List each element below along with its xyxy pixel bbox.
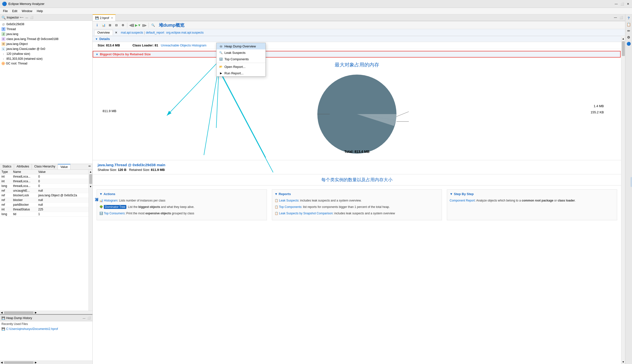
retained-icon: ↕ — [2, 57, 6, 61]
close-overview-icon[interactable]: ✕ — [114, 31, 118, 34]
biggest-objects-header[interactable]: ▼ Biggest Objects by Retained Size — [93, 51, 620, 57]
menu-window[interactable]: Window — [20, 9, 34, 13]
tab-value[interactable]: Value — [58, 164, 71, 170]
next-button[interactable]: ▮▶ — [141, 22, 147, 28]
main-vscrollbar[interactable]: ▲ ▼ — [621, 36, 625, 364]
far-right-edit-icon[interactable]: ✏ — [626, 28, 631, 34]
tab-overview[interactable]: Overview — [94, 30, 113, 35]
tab-2hprof[interactable]: 💾 2.hprof ✕ — [93, 14, 116, 21]
dropdown-top-components[interactable]: 🔝 Top Components — [216, 56, 265, 62]
pie-label-small2: 155.2 KB — [591, 110, 604, 114]
breadcrumb-suspects1[interactable]: mat.api:suspects — [121, 31, 143, 34]
edit-button[interactable]: ✏ — [87, 164, 92, 170]
vscroll-down[interactable]: ▼ — [621, 360, 625, 364]
props-hscrollbar[interactable]: ◀ ▶ — [0, 311, 92, 314]
hscroll-thumb[interactable] — [4, 312, 34, 314]
inspector-minimize-icon[interactable]: — — [25, 16, 29, 20]
prev-button[interactable]: ◀▮ — [129, 22, 134, 28]
vscroll-thumb[interactable] — [622, 41, 625, 56]
dropdown-open-report[interactable]: 📂 Open Report... — [216, 64, 265, 70]
dominator-tree-link[interactable]: Dominator Tree — [104, 205, 126, 209]
bar-chart-button[interactable]: 📊 — [101, 22, 107, 28]
inspector-maximize-icon[interactable]: ⬜ — [30, 16, 34, 20]
props-scrollbar[interactable]: ▲ ▼ — [89, 170, 92, 311]
run-dropdown-button[interactable]: ▶▼ — [135, 22, 141, 28]
top-components-link[interactable]: Top Components — [279, 205, 301, 209]
gc-icon: ● — [2, 62, 5, 65]
histogram-link[interactable]: Histogram — [104, 199, 117, 202]
hscroll-right[interactable]: ▶ — [34, 311, 38, 314]
heap-history-section-label: Recently Used Files — [2, 322, 91, 326]
heap-history-file-item[interactable]: 💾 C:\Users\qinshuoyu\Documents\2.hprof — [2, 327, 91, 331]
scroll-thumb[interactable] — [89, 174, 92, 184]
pie-chart-svg — [305, 72, 409, 156]
menu-help[interactable]: Help — [35, 9, 45, 13]
leak-snapshot-link[interactable]: Leak Suspects by Snapshot Comparison — [279, 212, 333, 215]
dropdown-heap-label: Heap Dump Overview — [224, 44, 256, 48]
table-row: longtid1 — [0, 212, 89, 216]
actions-column: ▼ Actions 📊 Histogram: Lists number of i… — [97, 190, 267, 220]
grid-button[interactable]: ⊞ — [107, 22, 113, 28]
loader-icon: L — [2, 47, 6, 51]
leak-suspects-link[interactable]: Leak Suspects — [279, 199, 298, 202]
scroll-up-arrow[interactable]: ▲ — [89, 170, 93, 174]
tab-class-hierarchy[interactable]: Class Hierarchy — [32, 164, 58, 170]
close-button[interactable]: ✕ — [626, 2, 630, 6]
details-row-size: Size: 813.4 MB Class Loader: 81 Unreacha… — [93, 42, 621, 49]
object-info: java.lang.Thread @ 0x6d3c29d38 main Shal… — [93, 160, 621, 174]
actions-title: ▼ Actions — [99, 192, 264, 196]
col-name: Name — [12, 170, 37, 174]
far-right-help-icon[interactable]: ? — [626, 15, 631, 21]
tab-close-icon[interactable]: ✕ — [111, 16, 113, 19]
expand-tab[interactable] — [630, 177, 632, 187]
inspector-gc: GC root: Thread — [6, 62, 27, 65]
dropdown-run-report[interactable]: ▶ Run Report... — [216, 70, 265, 76]
table-row: intthreadStatus225 — [0, 207, 89, 212]
tab-label: 2.hprof — [100, 16, 109, 20]
maximize-button[interactable]: ⬜ — [620, 2, 624, 6]
pie-total: Total: 813.4 MB — [344, 150, 370, 154]
menu-file[interactable]: File — [1, 9, 10, 13]
minimize-button[interactable]: — — [614, 2, 618, 6]
inspector-item-thread: T Thread — [2, 27, 91, 32]
far-right-panel: ? 📋 ✏ ⚙ 🔵 — [625, 14, 632, 364]
vscroll-up[interactable]: ▲ — [621, 36, 625, 41]
hscroll-left[interactable]: ◀ — [0, 311, 4, 314]
inspector-shallow: 120 (shallow size) — [7, 52, 30, 56]
heap-history-maximize[interactable]: ⬜ — [87, 316, 91, 320]
unreachable-link[interactable]: Unreachable Objects Histogram — [161, 44, 206, 47]
editor-maximize[interactable]: ⬜ — [618, 15, 624, 20]
dropdown-leak-suspects[interactable]: 🔍 Leak Suspects — [216, 50, 265, 56]
menu-edit[interactable]: Edit — [10, 9, 19, 13]
heap-history-hscrollbar[interactable]: ◀ ▶ — [0, 360, 92, 364]
heap-hscroll-right[interactable]: ▶ — [34, 361, 38, 364]
far-right-settings-icon[interactable]: ⚙ — [626, 34, 631, 40]
inspector-nav-icon[interactable]: ⟵ — [20, 16, 24, 20]
dropdown-top-icon: 🔝 — [219, 57, 223, 61]
dropdown-top-label: Top Components — [224, 57, 249, 61]
heap-history-minimize[interactable]: — — [82, 316, 86, 320]
pie-label-main: 811.9 MB — [103, 109, 116, 113]
dropdown-heap-dump-overview[interactable]: 🗂 Heap Dump Overview — [216, 43, 265, 50]
settings-button[interactable]: ⚙ — [120, 22, 126, 28]
breadcrumb-suspects2[interactable]: org.eclipse.mat.api:suspects — [166, 31, 203, 34]
info-button[interactable]: i — [94, 22, 100, 28]
editor-minimize[interactable]: — — [613, 15, 618, 20]
details-section-header[interactable]: ▼ Details — [93, 36, 621, 42]
inspector-class: class java.lang.Thread @ 0x6ccee0188 — [7, 37, 58, 41]
table-button[interactable]: ⊟ — [113, 22, 119, 28]
search-button[interactable]: 🔍 — [150, 22, 156, 28]
details-section-title: Details — [99, 37, 110, 41]
scroll-down-arrow[interactable]: ▼ — [89, 184, 93, 188]
col-type: Type — [0, 170, 12, 174]
component-report-link[interactable]: Component Report — [450, 199, 475, 202]
tab-statics[interactable]: Statics — [0, 164, 14, 170]
heap-hscroll-thumb[interactable] — [4, 361, 34, 364]
top-consumers-link[interactable]: Top Consumers — [104, 212, 125, 215]
heap-hscroll-left[interactable]: ◀ — [0, 361, 4, 364]
pie-title: 最大对象占用的内存 — [98, 62, 616, 68]
far-right-circle-icon[interactable]: 🔵 — [626, 41, 631, 46]
far-right-clipboard-icon[interactable]: 📋 — [626, 22, 631, 27]
tab-attributes[interactable]: Attributes — [14, 164, 32, 170]
breadcrumb-default[interactable]: default_report — [146, 31, 164, 34]
